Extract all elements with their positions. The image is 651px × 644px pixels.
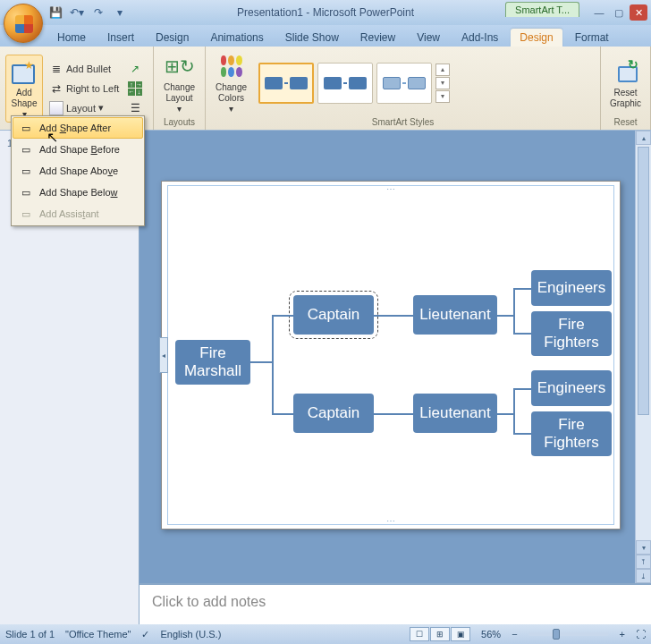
rtl-icon: ⇄ <box>49 81 63 96</box>
style-thumb-3[interactable] <box>376 63 432 104</box>
close-button[interactable]: ✕ <box>630 4 647 21</box>
node-engineers-1[interactable]: Engineers <box>531 270 612 306</box>
add-before-icon: ▭ <box>18 141 34 157</box>
qat-more-icon[interactable]: ▾ <box>113 5 127 20</box>
smartart-frame[interactable]: ◂ FireMarshall Captain Captain Lieutenan… <box>167 185 614 525</box>
node-fire-marshall[interactable]: FireMarshall <box>175 340 250 385</box>
add-after-icon: ▭ <box>18 120 34 136</box>
gallery-down-button[interactable]: ▾ <box>435 77 450 89</box>
tab-animations[interactable]: Animations <box>201 29 272 47</box>
right-to-left-button[interactable]: ⇄Right to Left <box>46 80 122 97</box>
view-buttons: ☐ ⊞ ▣ <box>410 627 470 641</box>
tab-review[interactable]: Review <box>351 29 404 47</box>
tab-smartart-format[interactable]: Format <box>566 29 618 47</box>
smartart-styles-gallery: ▴ ▾ ▾ <box>255 59 453 107</box>
add-shape-before-item[interactable]: ▭Add Shape Before <box>13 139 143 160</box>
add-shape-after-item[interactable]: ▭Add Shape After <box>13 117 143 139</box>
connector <box>272 315 274 413</box>
styles-group-label: SmartArt Styles <box>211 117 595 128</box>
scroll-down-button[interactable]: ▾ <box>636 540 651 555</box>
node-lieutenant-1[interactable]: Lieutenant <box>413 295 497 335</box>
connector <box>513 288 515 335</box>
node-captain-1[interactable]: Captain <box>293 295 374 335</box>
add-shape-button[interactable]: AddShape▾ <box>5 55 43 123</box>
status-slide: Slide 1 of 1 <box>5 629 55 640</box>
notes-placeholder: Click to add notes <box>152 594 266 609</box>
connector <box>250 361 272 363</box>
undo-icon[interactable]: ↶▾ <box>70 5 84 20</box>
add-bullet-button[interactable]: ≣Add Bullet <box>46 60 122 78</box>
canvas-area: ◂ FireMarshall Captain Captain Lieutenan… <box>140 131 651 624</box>
tab-smartart-design[interactable]: Design <box>511 29 562 47</box>
node-firefighters-1[interactable]: FireFighters <box>531 311 612 356</box>
zoom-in-button[interactable]: + <box>620 629 625 640</box>
demote-button[interactable]: ↑→←↓ <box>125 80 145 97</box>
tab-slideshow[interactable]: Slide Show <box>276 29 348 47</box>
connector <box>272 315 293 317</box>
tab-home[interactable]: Home <box>48 29 95 47</box>
tab-insert[interactable]: Insert <box>98 29 143 47</box>
vertical-scrollbar[interactable]: ▴ ▾ ⤒ ⤓ <box>635 131 651 583</box>
zoom-slider[interactable] <box>528 632 609 636</box>
sorter-view-button[interactable]: ⊞ <box>430 627 450 641</box>
change-layout-button[interactable]: ⊞↻ ChangeLayout▾ <box>159 49 199 117</box>
contextual-tab-smartart[interactable]: SmartArt T... <box>505 2 579 17</box>
zoom-level[interactable]: 56% <box>481 629 501 640</box>
minimize-button[interactable]: — <box>590 4 608 21</box>
promote-button[interactable]: ↗ <box>125 60 145 78</box>
add-below-icon: ▭ <box>18 184 34 200</box>
connector <box>513 433 531 435</box>
promote-icon: ↗ <box>128 62 142 76</box>
normal-view-button[interactable]: ☐ <box>410 627 429 641</box>
connector <box>513 333 531 335</box>
change-colors-button[interactable]: ChangeColors▾ <box>211 49 251 117</box>
add-above-icon: ▭ <box>18 163 34 179</box>
ribbon-group-smartart-styles: ChangeColors▾ ▴ ▾ ▾ SmartArt Styles <box>206 47 601 130</box>
zoom-out-button[interactable]: − <box>512 629 517 640</box>
tab-view[interactable]: View <box>408 29 449 47</box>
text-pane-button[interactable]: ☰ <box>125 99 145 117</box>
layout-button[interactable]: Layout▾ <box>46 99 122 117</box>
prev-slide-button[interactable]: ⤒ <box>636 555 651 569</box>
slideshow-view-button[interactable]: ▣ <box>451 627 470 641</box>
change-layout-icon: ⊞↻ <box>165 52 194 80</box>
node-captain-2[interactable]: Captain <box>293 394 374 433</box>
node-lieutenant-2[interactable]: Lieutenant <box>413 394 497 433</box>
spellcheck-icon[interactable]: ✓ <box>141 629 149 640</box>
connector <box>272 413 293 415</box>
office-button[interactable] <box>4 4 43 43</box>
org-icon: ↑→←↓ <box>128 81 142 96</box>
connector <box>497 315 513 317</box>
status-theme: "Office Theme" <box>65 629 131 640</box>
ribbon-group-layouts: ⊞↻ ChangeLayout▾ Layouts <box>154 47 206 130</box>
slide-canvas[interactable]: ◂ FireMarshall Captain Captain Lieutenan… <box>161 181 621 530</box>
reset-graphic-button[interactable]: ResetGraphic <box>605 55 646 112</box>
tab-addins[interactable]: Add-Ins <box>452 29 507 47</box>
style-thumb-2[interactable] <box>317 63 373 104</box>
add-shape-below-item[interactable]: ▭Add Shape Below <box>13 182 143 203</box>
gallery-more-button[interactable]: ▾ <box>435 90 450 103</box>
zoom-slider-thumb[interactable] <box>553 629 560 640</box>
redo-icon[interactable]: ↷ <box>91 5 106 20</box>
scroll-up-button[interactable]: ▴ <box>636 131 651 145</box>
gallery-up-button[interactable]: ▴ <box>435 64 450 76</box>
text-pane-toggle[interactable]: ◂ <box>159 337 168 373</box>
status-language[interactable]: English (U.S.) <box>160 629 221 640</box>
scroll-thumb[interactable] <box>638 147 649 415</box>
save-icon[interactable]: 💾 <box>48 5 63 20</box>
notes-pane[interactable]: Click to add notes <box>140 583 651 624</box>
next-slide-button[interactable]: ⤓ <box>636 569 651 583</box>
window-controls: — ▢ ✕ <box>588 4 647 21</box>
add-shape-above-item[interactable]: ▭Add Shape Above <box>13 160 143 182</box>
status-bar: Slide 1 of 1 "Office Theme" ✓ English (U… <box>0 624 651 644</box>
fit-to-window-button[interactable]: ⛶ <box>636 629 646 640</box>
layout-icon <box>49 101 63 115</box>
quick-access-toolbar: 💾 ↶▾ ↷ ▾ <box>48 5 127 20</box>
add-assistant-item: ▭Add Assistant <box>13 203 143 225</box>
maximize-button[interactable]: ▢ <box>610 4 628 21</box>
connector <box>374 315 413 317</box>
node-firefighters-2[interactable]: FireFighters <box>531 411 612 456</box>
style-thumb-1[interactable] <box>258 63 314 104</box>
tab-design[interactable]: Design <box>147 29 198 47</box>
node-engineers-2[interactable]: Engineers <box>531 370 612 406</box>
